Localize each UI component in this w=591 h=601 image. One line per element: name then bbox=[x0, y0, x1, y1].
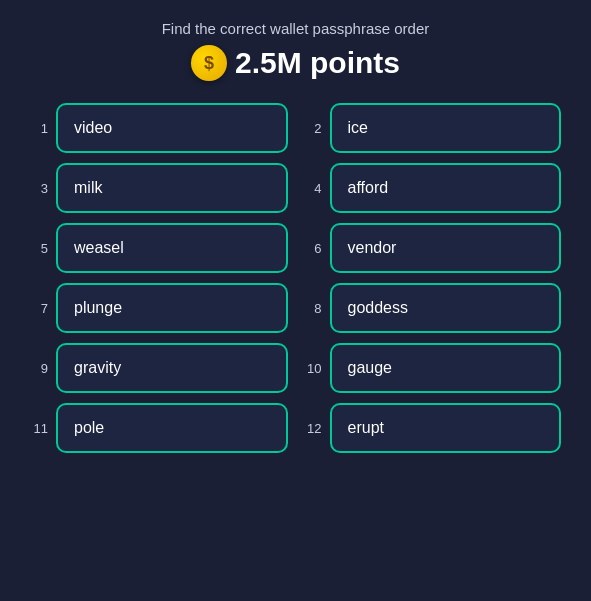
word-number: 7 bbox=[30, 301, 48, 316]
word-box[interactable]: pole bbox=[56, 403, 288, 453]
word-number: 4 bbox=[304, 181, 322, 196]
word-number: 8 bbox=[304, 301, 322, 316]
word-item[interactable]: 12erupt bbox=[304, 403, 562, 453]
word-item[interactable]: 11pole bbox=[30, 403, 288, 453]
word-item[interactable]: 9gravity bbox=[30, 343, 288, 393]
word-number: 6 bbox=[304, 241, 322, 256]
subtitle: Find the correct wallet passphrase order bbox=[162, 20, 430, 37]
header: Find the correct wallet passphrase order… bbox=[162, 20, 430, 81]
word-item[interactable]: 4afford bbox=[304, 163, 562, 213]
word-box[interactable]: ice bbox=[330, 103, 562, 153]
word-item[interactable]: 7plunge bbox=[30, 283, 288, 333]
word-item[interactable]: 2ice bbox=[304, 103, 562, 153]
word-box[interactable]: gauge bbox=[330, 343, 562, 393]
word-number: 5 bbox=[30, 241, 48, 256]
coin-icon: $ bbox=[191, 45, 227, 81]
word-item[interactable]: 1video bbox=[30, 103, 288, 153]
word-item[interactable]: 8goddess bbox=[304, 283, 562, 333]
word-box[interactable]: weasel bbox=[56, 223, 288, 273]
word-number: 2 bbox=[304, 121, 322, 136]
word-number: 9 bbox=[30, 361, 48, 376]
word-box[interactable]: erupt bbox=[330, 403, 562, 453]
word-number: 3 bbox=[30, 181, 48, 196]
points-text: 2.5M points bbox=[235, 46, 400, 80]
word-number: 1 bbox=[30, 121, 48, 136]
points-row: $ 2.5M points bbox=[162, 45, 430, 81]
word-item[interactable]: 10gauge bbox=[304, 343, 562, 393]
word-box[interactable]: gravity bbox=[56, 343, 288, 393]
word-item[interactable]: 6vendor bbox=[304, 223, 562, 273]
word-box[interactable]: milk bbox=[56, 163, 288, 213]
word-box[interactable]: vendor bbox=[330, 223, 562, 273]
word-item[interactable]: 5weasel bbox=[30, 223, 288, 273]
word-box[interactable]: goddess bbox=[330, 283, 562, 333]
word-box[interactable]: afford bbox=[330, 163, 562, 213]
word-grid: 1video2ice3milk4afford5weasel6vendor7plu… bbox=[30, 103, 561, 453]
word-box[interactable]: plunge bbox=[56, 283, 288, 333]
word-item[interactable]: 3milk bbox=[30, 163, 288, 213]
word-box[interactable]: video bbox=[56, 103, 288, 153]
word-number: 10 bbox=[304, 361, 322, 376]
word-number: 12 bbox=[304, 421, 322, 436]
word-number: 11 bbox=[30, 421, 48, 436]
